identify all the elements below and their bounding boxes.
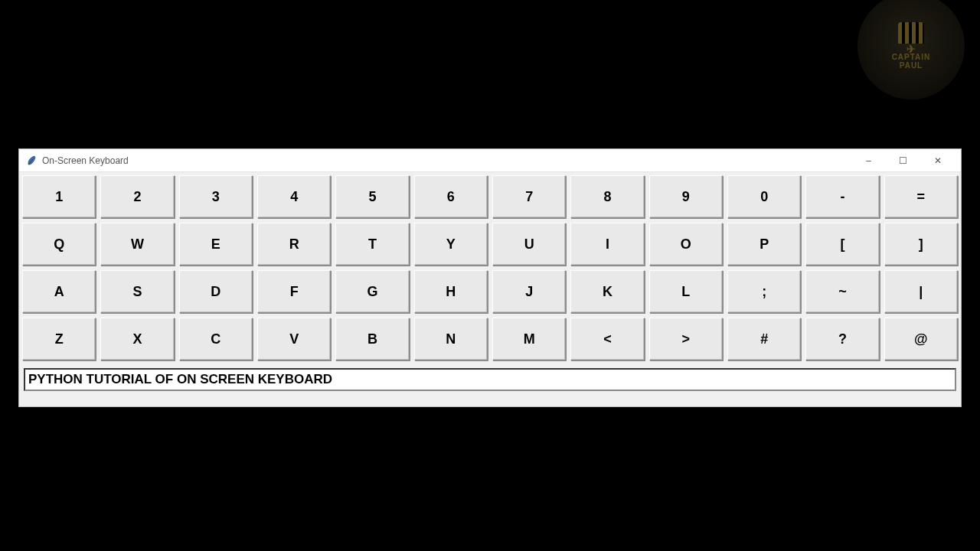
maximize-button[interactable]: ☐ [886, 149, 920, 171]
key-2-3[interactable]: F [257, 270, 331, 313]
key-2-6[interactable]: J [492, 270, 566, 313]
key-3-10[interactable]: ? [805, 318, 879, 360]
key-1-4[interactable]: T [335, 223, 409, 266]
minimize-button[interactable]: – [851, 149, 886, 171]
key-3-6[interactable]: M [492, 318, 566, 360]
key-0-10[interactable]: - [805, 175, 879, 218]
key-1-0[interactable]: Q [22, 223, 96, 266]
key-1-9[interactable]: P [727, 223, 801, 266]
key-0-1[interactable]: 2 [100, 175, 174, 218]
output-entry[interactable] [24, 368, 956, 391]
key-1-5[interactable]: Y [414, 223, 488, 266]
key-2-9[interactable]: ; [727, 270, 801, 313]
key-2-10[interactable]: ~ [805, 270, 879, 313]
key-1-3[interactable]: R [257, 223, 331, 266]
key-3-5[interactable]: N [414, 318, 488, 360]
key-2-5[interactable]: H [414, 270, 488, 313]
key-3-4[interactable]: B [335, 318, 409, 360]
watermark-badge: ✈ CAPTAIN PAUL [858, 0, 965, 99]
key-0-9[interactable]: 0 [727, 175, 801, 218]
key-1-11[interactable]: ] [884, 223, 958, 266]
close-button[interactable]: ✕ [920, 149, 955, 171]
key-0-5[interactable]: 6 [414, 175, 488, 218]
key-0-2[interactable]: 3 [179, 175, 253, 218]
statusbar [21, 393, 959, 400]
close-icon: ✕ [934, 155, 942, 166]
client-area: 1234567890-=QWERTYUIOP[]ASDFGHJKL;~|ZXCV… [19, 172, 961, 406]
minimize-icon: – [866, 155, 871, 166]
key-0-3[interactable]: 4 [257, 175, 331, 218]
key-3-11[interactable]: @ [884, 318, 958, 360]
key-1-8[interactable]: O [649, 223, 723, 266]
key-0-0[interactable]: 1 [22, 175, 96, 218]
key-1-2[interactable]: E [179, 223, 253, 266]
key-2-1[interactable]: S [100, 270, 174, 313]
key-2-7[interactable]: K [570, 270, 644, 313]
key-3-8[interactable]: > [649, 318, 723, 360]
key-3-0[interactable]: Z [22, 318, 96, 360]
key-2-4[interactable]: G [335, 270, 409, 313]
key-3-3[interactable]: V [257, 318, 331, 360]
key-1-1[interactable]: W [100, 223, 174, 266]
keyboard-grid: 1234567890-=QWERTYUIOP[]ASDFGHJKL;~|ZXCV… [21, 174, 959, 365]
tk-feather-icon [25, 155, 38, 167]
key-1-7[interactable]: I [570, 223, 644, 266]
key-0-11[interactable]: = [884, 175, 958, 218]
key-3-1[interactable]: X [100, 318, 174, 360]
watermark-line1: CAPTAIN [892, 53, 931, 61]
key-2-2[interactable]: D [179, 270, 253, 313]
key-1-6[interactable]: U [492, 223, 566, 266]
window-title: On-Screen Keyboard [42, 155, 851, 166]
key-2-11[interactable]: | [884, 270, 958, 313]
maximize-icon: ☐ [899, 155, 907, 166]
titlebar[interactable]: On-Screen Keyboard – ☐ ✕ [19, 149, 961, 172]
key-0-8[interactable]: 9 [649, 175, 723, 218]
watermark-wings-icon: ✈ [906, 45, 916, 53]
watermark-line2: PAUL [900, 61, 923, 70]
key-0-4[interactable]: 5 [335, 175, 409, 218]
key-2-0[interactable]: A [22, 270, 96, 313]
key-3-2[interactable]: C [179, 318, 253, 360]
key-2-8[interactable]: L [649, 270, 723, 313]
entry-wrap [21, 365, 959, 393]
key-1-10[interactable]: [ [805, 223, 879, 266]
app-window: On-Screen Keyboard – ☐ ✕ 1234567890-=QWE… [18, 148, 962, 407]
key-0-6[interactable]: 7 [492, 175, 566, 218]
key-3-7[interactable]: < [570, 318, 644, 360]
key-3-9[interactable]: # [727, 318, 801, 360]
watermark-stripes [898, 22, 924, 44]
key-0-7[interactable]: 8 [570, 175, 644, 218]
